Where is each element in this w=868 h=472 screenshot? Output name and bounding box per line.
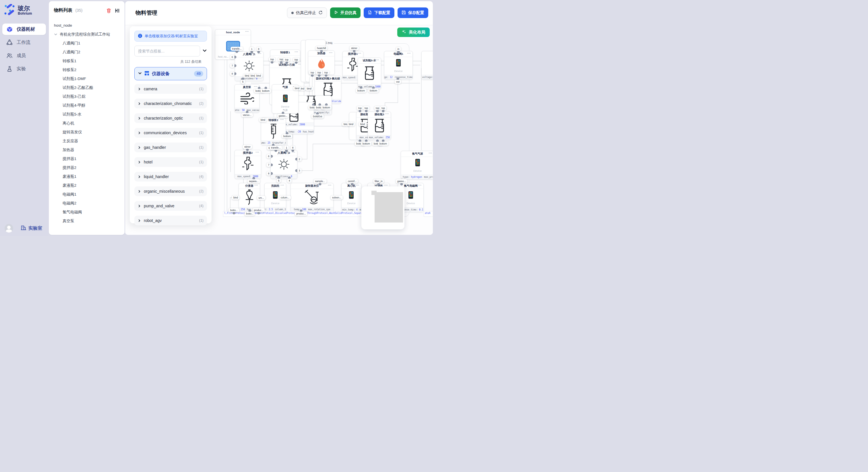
node-menu-icon[interactable]: ••• bbox=[418, 184, 422, 187]
tree-item-group[interactable]: 有机化学流程综合测试工作站 bbox=[49, 30, 125, 39]
category-count: (1) bbox=[199, 218, 204, 223]
node-menu-icon[interactable]: ••• bbox=[429, 152, 432, 155]
category-robot_agv[interactable]: robot_agv(1) bbox=[134, 216, 207, 225]
node-menu-icon[interactable]: ••• bbox=[358, 52, 361, 55]
category-characterization_optic[interactable]: characterization_optic(1) bbox=[134, 113, 207, 123]
category-communication_devices[interactable]: communication_devices(1) bbox=[134, 128, 207, 138]
tree-item[interactable]: 氢气电磁阀 bbox=[49, 208, 125, 216]
members-icon bbox=[6, 53, 12, 59]
tree-item[interactable]: 搅拌器1 bbox=[49, 154, 125, 163]
node-离心机[interactable]: 离心机•••Devicep: 40min_temp: 4max_spe bbox=[341, 183, 361, 212]
category-characterization_chromatic[interactable]: characterization_chromatic(2) bbox=[134, 99, 207, 108]
sidebar-item-lab[interactable]: 实验室 bbox=[21, 225, 42, 232]
category-pump_and_valve[interactable]: pump_and_valve(4) bbox=[134, 201, 207, 211]
bohrium-logo-icon bbox=[4, 4, 16, 16]
node-试剂瓶5-水[interactable]: 试剂瓶5-水•••max_volume: 1000 bbox=[358, 58, 381, 89]
category-camera[interactable]: camera(1) bbox=[134, 84, 207, 94]
node-真空泵[interactable]: 真空泵•••pump_rate: 50max_vacuum: 0.1 bbox=[235, 84, 259, 113]
port-label: botto... bbox=[229, 208, 239, 212]
tree-item[interactable]: 八通阀门2 bbox=[49, 47, 125, 57]
tree-item[interactable]: 试剂瓶1-DMF bbox=[49, 74, 125, 83]
node-menu-icon[interactable]: ••• bbox=[295, 50, 298, 53]
tree-item[interactable]: 旋转蒸发仪 bbox=[49, 128, 125, 136]
sidebar-item-成员[interactable]: 成员 bbox=[2, 50, 46, 61]
node-menu-icon[interactable]: ••• bbox=[255, 184, 258, 187]
node-接收瓶3[interactable]: 接收瓶3•••max_volume: 250 bbox=[368, 111, 391, 140]
tree-item[interactable]: 试剂瓶2-乙酸乙酯 bbox=[49, 83, 125, 92]
device-icon bbox=[415, 159, 420, 168]
node-menu-icon[interactable]: ••• bbox=[329, 51, 333, 54]
tree-item-root[interactable]: host_node bbox=[49, 21, 125, 30]
tree-item[interactable]: 主反应器 bbox=[49, 136, 125, 145]
search-input[interactable] bbox=[134, 45, 200, 57]
tree-item[interactable]: 真空泵 bbox=[49, 216, 125, 225]
collapse-tree-icon[interactable] bbox=[115, 8, 120, 13]
node-menu-icon[interactable]: ••• bbox=[256, 151, 259, 154]
tree-item[interactable]: 八通阀门1 bbox=[49, 39, 125, 47]
category-count: (1) bbox=[199, 131, 204, 135]
beautify-layout-button[interactable]: 美化布局 bbox=[397, 28, 430, 37]
sidebar-item-工作流[interactable]: 工作流 bbox=[2, 37, 46, 48]
port-label: gasso... bbox=[396, 179, 407, 183]
node-menu-icon[interactable]: ••• bbox=[407, 52, 411, 55]
tree-item[interactable]: 试剂瓶4-甲醇 bbox=[49, 101, 125, 110]
node-hidden[interactable]: voltage: 12 bbox=[422, 51, 433, 80]
sidebar-nav: 仪器耗材工作流成员实验 bbox=[0, 24, 48, 74]
tree-item[interactable]: 废液瓶1 bbox=[49, 172, 125, 181]
tree-item[interactable]: 离心机 bbox=[49, 119, 125, 128]
start-simulation-button[interactable]: 开启仿真 bbox=[330, 7, 361, 18]
chevron-down-icon[interactable] bbox=[203, 48, 207, 54]
save-config-button[interactable]: 保存配置 bbox=[398, 7, 428, 18]
tree-item[interactable]: 转移泵2 bbox=[49, 65, 125, 74]
node-menu-icon[interactable]: ••• bbox=[328, 184, 332, 187]
port-label: 2 bbox=[298, 157, 302, 161]
chevron-down-icon[interactable] bbox=[54, 33, 57, 36]
refresh-icon[interactable] bbox=[318, 10, 322, 15]
sidebar-item-仪器耗材[interactable]: 仪器耗材 bbox=[2, 24, 46, 35]
simulation-status-badge[interactable]: 仿真已停止 bbox=[287, 7, 327, 18]
avatar[interactable] bbox=[5, 224, 13, 233]
category-hotel[interactable]: hotel(1) bbox=[134, 157, 207, 167]
category-gas_handler[interactable]: gas_handler(1) bbox=[134, 142, 207, 152]
chevron-down-icon bbox=[138, 71, 142, 76]
download-config-button[interactable]: 下载配置 bbox=[364, 7, 394, 18]
node-menu-icon[interactable]: ••• bbox=[254, 85, 257, 88]
tree-item[interactable]: 加热器 bbox=[49, 145, 125, 154]
node-menu-icon[interactable]: ••• bbox=[281, 184, 284, 187]
minimap[interactable] bbox=[361, 187, 404, 229]
port-label: 5 bbox=[241, 80, 245, 84]
node-旋转蒸发仪[interactable]: 旋转蒸发仪•••temp: 180max_rotation_spe bbox=[290, 183, 334, 212]
node-氢气气源[interactable]: 氢气气源•••Device_type: hydrogenmax_pre bbox=[401, 151, 433, 179]
tree-item[interactable]: 电磁阀1 bbox=[49, 190, 125, 199]
brand-subtitle: Bohrium bbox=[18, 11, 32, 15]
port-label: top bbox=[380, 106, 386, 110]
tree-item[interactable]: 转移泵1 bbox=[49, 57, 125, 65]
node-menu-icon[interactable]: ••• bbox=[376, 59, 379, 61]
node-menu-icon[interactable]: ••• bbox=[245, 30, 249, 33]
node-电磁阀1[interactable]: 电磁阀1•••Devicevoltage: 12response_time: 0… bbox=[384, 51, 413, 80]
tree-item[interactable]: 试剂瓶3-己烷 bbox=[49, 92, 125, 101]
category-liquid_handler[interactable]: liquid_handler(4) bbox=[134, 172, 207, 181]
sidebar-item-实验[interactable]: 实验 bbox=[2, 63, 46, 74]
category-group-equipment[interactable]: 仪器设备 49 bbox=[134, 67, 207, 80]
template-hint-label: 单击模板添加仪器/耗材至实验室 bbox=[145, 34, 198, 39]
category-count: (4) bbox=[199, 175, 204, 179]
port-label: 7 bbox=[267, 163, 271, 167]
node-搅拌器2[interactable]: 搅拌器2•••max_speed: 2000 bbox=[235, 150, 261, 179]
node-menu-icon[interactable]: ••• bbox=[336, 76, 339, 79]
tree-item[interactable]: 试剂瓶5-水 bbox=[49, 110, 125, 119]
port-label: separa... bbox=[247, 179, 260, 183]
category-list: camera(1)characterization_chromatic(2)ch… bbox=[134, 84, 207, 225]
category-organic_miscellaneous[interactable]: organic_miscellaneous(2) bbox=[134, 187, 207, 196]
tree-item[interactable]: 搅拌器2 bbox=[49, 163, 125, 172]
download-icon bbox=[368, 10, 372, 15]
node-menu-icon[interactable]: ••• bbox=[385, 112, 389, 115]
trash-icon[interactable] bbox=[106, 8, 112, 13]
tree-item[interactable]: 电磁阀2 bbox=[49, 199, 125, 208]
building-icon bbox=[21, 225, 26, 232]
node-八通阀门2[interactable]: 八通阀门2•••positions: 8 bbox=[270, 150, 298, 179]
node-menu-icon[interactable]: ••• bbox=[356, 184, 360, 187]
device-icon bbox=[273, 191, 278, 200]
node-menu-icon[interactable]: ••• bbox=[280, 118, 284, 121]
tree-item[interactable]: 废液瓶2 bbox=[49, 181, 125, 190]
